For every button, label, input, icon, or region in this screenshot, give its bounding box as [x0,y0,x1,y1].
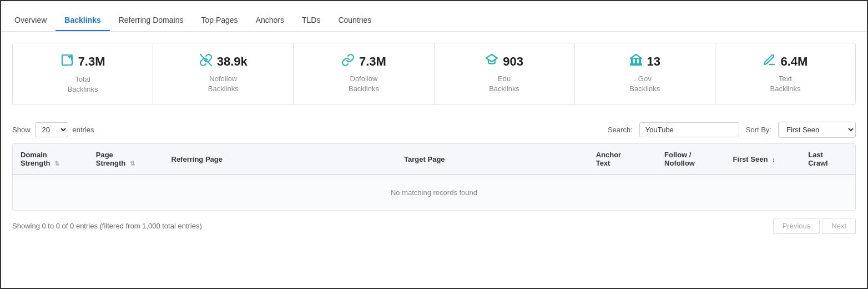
footer-info: Showing 0 to 0 of 0 entries (filtered fr… [12,222,202,230]
tab-top-pages[interactable]: Top Pages [192,11,246,31]
next-button[interactable]: Next [822,218,856,234]
tab-backlinks[interactable]: Backlinks [55,11,109,31]
svg-rect-8 [639,59,640,64]
no-records-row: No matching records found [13,175,855,211]
pagination-buttons: Previous Next [773,218,856,234]
edu-icon [485,53,498,69]
sortby-label: Sort By: [746,126,771,134]
total-backlinks-icon [60,53,74,70]
sort-icon-domain: ⇅ [54,160,59,167]
edu-value: 903 [503,54,523,69]
text-backlinks-value: 6.4M [780,54,808,69]
sort-icon-page: ⇅ [130,160,135,167]
stat-nofollow: 38.9k NofollowBacklinks [153,43,294,104]
col-header-last-crawl: LastCrawl [800,144,855,175]
backlinks-table: DomainStrength ⇅ PageStrength ⇅ Referrin… [13,144,855,211]
main-container: Overview Backlinks Referring Domains Top… [0,0,868,289]
tab-nav: Overview Backlinks Referring Domains Top… [1,1,867,32]
table-footer: Showing 0 to 0 of 0 entries (filtered fr… [1,211,867,241]
stats-row: 7.3M TotalBacklinks 38.9k NofollowBackli… [12,43,856,105]
svg-rect-6 [632,59,633,64]
col-header-first-seen[interactable]: First Seen ↕ [725,144,800,175]
search-label: Search: [608,126,633,134]
nofollow-value: 38.9k [217,54,248,69]
stat-text: 6.4M TextBacklinks [715,43,855,104]
table-header: DomainStrength ⇅ PageStrength ⇅ Referrin… [13,144,855,175]
nofollow-icon [199,53,213,69]
total-backlinks-label: TotalBacklinks [68,74,98,94]
no-records-message: No matching records found [13,175,855,211]
sortby-select[interactable]: First Seen Last Crawl Domain Strength Pa… [778,122,856,138]
stat-total-backlinks: 7.3M TotalBacklinks [13,43,153,104]
show-label: Show [12,126,31,134]
edu-label: EduBacklinks [489,74,519,94]
nofollow-label: NofollowBacklinks [208,74,239,94]
sort-icon-firstseen: ↕ [772,156,775,163]
col-header-page-strength[interactable]: PageStrength ⇅ [88,144,164,175]
stat-gov: 13 GovBacklinks [575,43,715,104]
controls-row: Show 20 50 100 entries Search: Sort By: … [1,116,867,143]
controls-right: Search: Sort By: First Seen Last Crawl D… [608,122,856,138]
col-header-anchor-text: AnchorText [588,144,657,175]
table-body: No matching records found [13,175,855,211]
tab-countries[interactable]: Countries [329,11,380,31]
col-header-referring-page: Referring Page [164,144,397,175]
svg-rect-7 [635,59,637,64]
tab-tlds[interactable]: TLDs [293,11,329,31]
gov-value: 13 [647,54,660,69]
svg-marker-9 [630,54,642,58]
gov-icon [629,53,643,69]
stat-edu: 903 EduBacklinks [435,43,575,104]
dofollow-value: 7.3M [359,54,386,69]
prev-button[interactable]: Previous [773,218,820,234]
text-backlinks-label: TextBacklinks [770,74,800,94]
entries-select[interactable]: 20 50 100 [35,122,68,137]
search-input[interactable] [639,122,739,137]
tab-overview[interactable]: Overview [12,11,55,31]
total-backlinks-value: 7.3M [78,54,105,69]
tab-referring-domains[interactable]: Referring Domains [110,11,193,31]
stat-dofollow: 7.3M DofollowBacklinks [294,43,434,104]
col-header-target-page: Target Page [396,144,588,175]
dofollow-label: DofollowBacklinks [349,74,379,94]
col-header-follow-nofollow: Follow /Nofollow [657,144,725,175]
backlinks-table-wrapper: DomainStrength ⇅ PageStrength ⇅ Referrin… [12,143,856,211]
entries-label: entries [73,126,94,134]
tab-anchors[interactable]: Anchors [247,11,293,31]
col-header-domain-strength[interactable]: DomainStrength ⇅ [13,144,88,175]
text-backlinks-icon [763,53,776,69]
controls-left: Show 20 50 100 entries [12,122,603,137]
gov-label: GovBacklinks [629,74,660,94]
dofollow-icon [341,53,355,69]
